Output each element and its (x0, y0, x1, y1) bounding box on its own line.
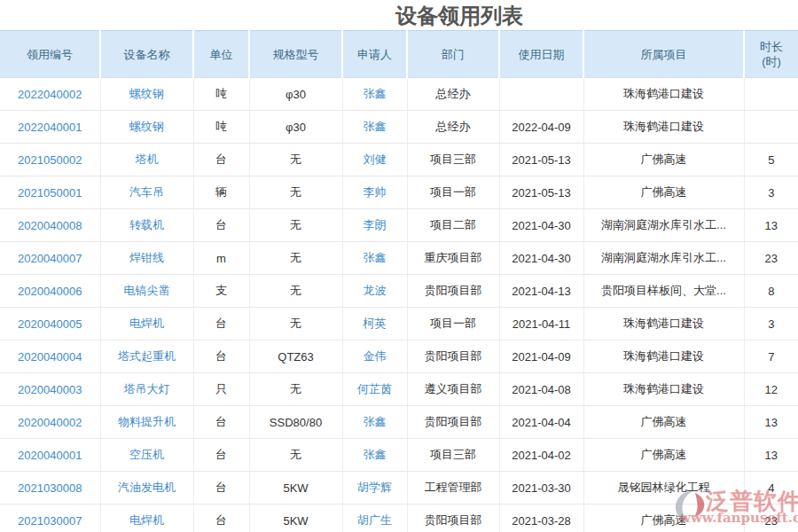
cell-use-date: 2021-03-30 (499, 472, 583, 505)
cell-requisition-id: 2022040001 (0, 111, 100, 144)
table-row: 2021050001汽车吊辆无李帅项目一部2021-05-13广佛高速3 (0, 176, 798, 209)
equipment-requisition-page: 设备领用列表 领用编号设备名称单位规格型号申请人部门使用日期所属项目时长 (时)… (0, 0, 798, 532)
applicant-link[interactable]: 张鑫 (364, 415, 387, 428)
table-row: 2020040003塔吊大灯只无何芷茵遵义项目部2021-04-08珠海鹤港口建… (0, 373, 798, 406)
cell-equipment-name: 焊钳线 (100, 242, 193, 275)
equipment-name-link[interactable]: 物料提升机 (118, 415, 176, 428)
cell-applicant: 胡学辉 (342, 472, 407, 505)
equipment-name-link[interactable]: 螺纹钢 (129, 120, 164, 133)
cell-equipment-name: 电焊机 (100, 308, 193, 340)
requisition-id-link[interactable]: 2020040002 (18, 416, 82, 429)
cell-department: 项目一部 (407, 308, 499, 340)
requisition-id-link[interactable]: 2020040004 (18, 350, 82, 364)
equipment-name-link[interactable]: 空压机 (129, 448, 164, 461)
cell-equipment-name: 塔机 (100, 144, 193, 176)
cell-use-date (499, 78, 583, 111)
cell-applicant: 金伟 (342, 340, 407, 373)
applicant-link[interactable]: 柯英 (364, 317, 387, 330)
cell-spec-model: 无 (249, 176, 342, 209)
applicant-link[interactable]: 龙波 (364, 284, 387, 297)
equipment-name-link[interactable]: 塔式起重机 (118, 349, 176, 363)
equipment-table: 领用编号设备名称单位规格型号申请人部门使用日期所属项目时长 (时) 202204… (0, 30, 798, 532)
requisition-id-link[interactable]: 2021050001 (18, 186, 82, 200)
cell-requisition-id: 2020040005 (0, 308, 100, 340)
requisition-id-link[interactable]: 2021050002 (18, 153, 82, 167)
applicant-link[interactable]: 李朗 (364, 218, 387, 231)
cell-spec-model: 无 (249, 373, 342, 406)
table-row: 2020040005电焊机台无柯英项目一部2021-04-11珠海鹤港口建设3 (0, 308, 798, 340)
equipment-name-link[interactable]: 汽油发电机 (118, 481, 176, 494)
equipment-name-link[interactable]: 电焊机 (129, 513, 164, 527)
applicant-link[interactable]: 张鑫 (364, 448, 387, 461)
cell-project: 广佛高速 (583, 176, 744, 209)
cell-project: 广佛高速 (583, 439, 744, 472)
cell-requisition-id: 2021050002 (0, 144, 100, 176)
cell-project: 珠海鹤港口建设 (583, 111, 744, 144)
cell-department: 贵阳项目部 (407, 505, 499, 532)
equipment-name-link[interactable]: 电焊机 (129, 317, 164, 330)
cell-department: 贵阳项目部 (407, 275, 499, 308)
cell-department: 项目一部 (407, 176, 499, 209)
cell-requisition-id: 2020040008 (0, 209, 100, 242)
applicant-link[interactable]: 张鑫 (364, 87, 387, 100)
cell-equipment-name: 塔吊大灯 (100, 373, 193, 406)
requisition-id-link[interactable]: 2020040007 (18, 252, 82, 265)
cell-unit: 支 (193, 275, 249, 308)
cell-project: 珠海鹤港口建设 (583, 373, 744, 406)
cell-requisition-id: 2020040006 (0, 275, 100, 308)
cell-project: 贵阳项目样板间、大堂... (583, 275, 744, 308)
equipment-name-link[interactable]: 焊钳线 (129, 251, 164, 264)
cell-requisition-id: 2020040001 (0, 439, 100, 472)
cell-use-date: 2021-04-11 (499, 308, 583, 340)
cell-equipment-name: 汽车吊 (100, 176, 193, 209)
cell-project: 珠海鹤港口建设 (583, 340, 744, 373)
requisition-id-link[interactable]: 2021030007 (18, 514, 82, 528)
cell-unit: 台 (193, 144, 249, 176)
requisition-id-link[interactable]: 2022040001 (18, 121, 82, 134)
equipment-name-link[interactable]: 转载机 (129, 218, 164, 231)
cell-project: 珠海鹤港口建设 (583, 308, 744, 340)
requisition-id-link[interactable]: 2020040006 (18, 285, 82, 298)
cell-department: 总经办 (407, 78, 499, 111)
column-header-department: 部门 (407, 31, 499, 78)
equipment-name-link[interactable]: 螺纹钢 (129, 87, 164, 100)
cell-use-date: 2021-04-04 (499, 406, 583, 439)
cell-department: 总经办 (407, 111, 499, 144)
requisition-id-link[interactable]: 2022040002 (18, 88, 82, 101)
applicant-link[interactable]: 张鑫 (364, 120, 387, 133)
cell-duration: 23 (744, 242, 798, 275)
cell-unit: m (193, 242, 249, 275)
cell-applicant: 龙波 (342, 275, 407, 308)
cell-use-date: 2021-04-30 (499, 209, 583, 242)
cell-equipment-name: 电焊机 (100, 505, 193, 532)
equipment-name-link[interactable]: 塔吊大灯 (124, 382, 170, 395)
cell-applicant: 李帅 (342, 176, 407, 209)
cell-spec-model: 5KW (249, 505, 342, 532)
equipment-name-link[interactable]: 塔机 (136, 153, 159, 166)
requisition-id-link[interactable]: 2020040008 (18, 219, 82, 232)
table-row: 2022040001螺纹钢吨φ30张鑫总经办2022-04-09珠海鹤港口建设 (0, 111, 798, 144)
cell-applicant: 刘健 (342, 144, 407, 176)
requisition-id-link[interactable]: 2020040005 (18, 317, 82, 331)
requisition-id-link[interactable]: 2020040001 (18, 449, 82, 462)
applicant-link[interactable]: 张鑫 (364, 251, 387, 264)
equipment-name-link[interactable]: 汽车吊 (129, 185, 164, 199)
applicant-link[interactable]: 金伟 (364, 349, 387, 363)
cell-unit: 辆 (193, 176, 249, 209)
cell-unit: 吨 (193, 78, 249, 111)
column-header-requisition-id: 领用编号 (0, 31, 100, 78)
cell-department: 贵阳项目部 (407, 406, 499, 439)
applicant-link[interactable]: 何芷茵 (357, 382, 392, 395)
column-header-applicant: 申请人 (342, 31, 407, 78)
requisition-id-link[interactable]: 2021030008 (18, 481, 82, 495)
cell-use-date: 2021-04-13 (499, 275, 583, 308)
cell-department: 工程管理部 (407, 472, 499, 505)
applicant-link[interactable]: 胡广生 (357, 513, 392, 527)
requisition-id-link[interactable]: 2020040003 (18, 383, 82, 396)
applicant-link[interactable]: 胡学辉 (357, 481, 392, 494)
cell-spec-model: φ30 (249, 111, 342, 144)
applicant-link[interactable]: 李帅 (364, 185, 387, 199)
cell-requisition-id: 2020040007 (0, 242, 100, 275)
equipment-name-link[interactable]: 电镐尖凿 (124, 284, 170, 297)
applicant-link[interactable]: 刘健 (364, 153, 387, 166)
